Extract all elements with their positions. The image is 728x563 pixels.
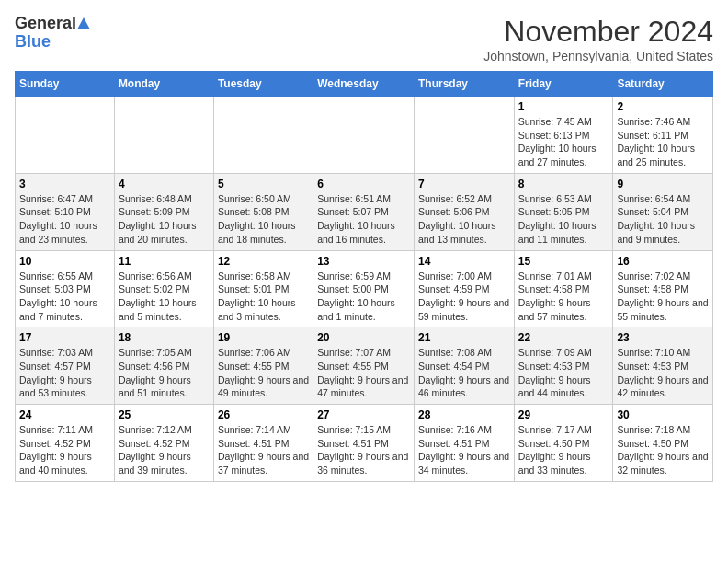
calendar-cell: 20Sunrise: 7:07 AM Sunset: 4:55 PM Dayli… bbox=[313, 327, 415, 405]
day-number: 17 bbox=[19, 331, 110, 344]
calendar-cell bbox=[114, 97, 213, 174]
calendar-header-row: SundayMondayTuesdayWednesdayThursdayFrid… bbox=[16, 72, 713, 97]
day-number: 13 bbox=[317, 255, 410, 268]
calendar-week-row: 17Sunrise: 7:03 AM Sunset: 4:57 PM Dayli… bbox=[16, 327, 713, 405]
calendar-cell: 2Sunrise: 7:46 AM Sunset: 6:11 PM Daylig… bbox=[613, 97, 713, 174]
calendar-cell: 6Sunrise: 6:51 AM Sunset: 5:07 PM Daylig… bbox=[313, 173, 415, 250]
calendar-cell: 16Sunrise: 7:02 AM Sunset: 4:58 PM Dayli… bbox=[613, 250, 713, 327]
day-info: Sunrise: 7:06 AM Sunset: 4:55 PM Dayligh… bbox=[218, 346, 309, 400]
day-number: 5 bbox=[218, 178, 309, 190]
day-info: Sunrise: 6:51 AM Sunset: 5:07 PM Dayligh… bbox=[317, 192, 410, 247]
calendar-cell: 29Sunrise: 7:17 AM Sunset: 4:50 PM Dayli… bbox=[514, 405, 613, 482]
day-number: 6 bbox=[317, 178, 410, 190]
day-number: 7 bbox=[418, 178, 510, 190]
day-info: Sunrise: 7:18 AM Sunset: 4:50 PM Dayligh… bbox=[617, 423, 709, 477]
calendar-cell bbox=[16, 97, 115, 174]
day-info: Sunrise: 7:08 AM Sunset: 4:54 PM Dayligh… bbox=[418, 346, 510, 400]
day-number: 22 bbox=[518, 331, 609, 344]
day-number: 16 bbox=[617, 255, 709, 268]
logo-icon bbox=[76, 17, 91, 31]
day-info: Sunrise: 6:52 AM Sunset: 5:06 PM Dayligh… bbox=[418, 192, 510, 247]
calendar-cell bbox=[213, 97, 313, 174]
day-number: 25 bbox=[119, 408, 210, 421]
day-header-monday: Monday bbox=[114, 72, 213, 97]
calendar-cell bbox=[313, 97, 415, 174]
calendar-cell: 22Sunrise: 7:09 AM Sunset: 4:53 PM Dayli… bbox=[514, 327, 613, 405]
day-info: Sunrise: 7:07 AM Sunset: 4:55 PM Dayligh… bbox=[317, 346, 410, 400]
day-header-tuesday: Tuesday bbox=[213, 72, 313, 97]
location-subtitle: Johnstown, Pennsylvania, United States bbox=[483, 49, 713, 63]
calendar-cell: 17Sunrise: 7:03 AM Sunset: 4:57 PM Dayli… bbox=[16, 327, 115, 405]
calendar-week-row: 3Sunrise: 6:47 AM Sunset: 5:10 PM Daylig… bbox=[16, 173, 713, 250]
day-number: 18 bbox=[119, 331, 210, 344]
day-info: Sunrise: 6:50 AM Sunset: 5:08 PM Dayligh… bbox=[218, 192, 309, 247]
day-info: Sunrise: 6:55 AM Sunset: 5:03 PM Dayligh… bbox=[19, 270, 110, 324]
day-info: Sunrise: 6:59 AM Sunset: 5:00 PM Dayligh… bbox=[317, 270, 410, 324]
day-info: Sunrise: 7:17 AM Sunset: 4:50 PM Dayligh… bbox=[518, 423, 609, 477]
day-info: Sunrise: 7:05 AM Sunset: 4:56 PM Dayligh… bbox=[119, 346, 210, 400]
calendar-week-row: 24Sunrise: 7:11 AM Sunset: 4:52 PM Dayli… bbox=[16, 405, 713, 482]
day-info: Sunrise: 7:11 AM Sunset: 4:52 PM Dayligh… bbox=[19, 423, 110, 477]
calendar-cell: 12Sunrise: 6:58 AM Sunset: 5:01 PM Dayli… bbox=[213, 250, 313, 327]
day-info: Sunrise: 6:58 AM Sunset: 5:01 PM Dayligh… bbox=[218, 270, 309, 324]
day-header-sunday: Sunday bbox=[16, 72, 115, 97]
calendar-cell: 23Sunrise: 7:10 AM Sunset: 4:53 PM Dayli… bbox=[613, 327, 713, 405]
calendar-cell: 10Sunrise: 6:55 AM Sunset: 5:03 PM Dayli… bbox=[16, 250, 115, 327]
day-number: 28 bbox=[418, 408, 510, 421]
calendar-cell: 7Sunrise: 6:52 AM Sunset: 5:06 PM Daylig… bbox=[414, 173, 514, 250]
day-number: 12 bbox=[218, 255, 309, 268]
calendar-cell: 18Sunrise: 7:05 AM Sunset: 4:56 PM Dayli… bbox=[114, 327, 213, 405]
day-number: 30 bbox=[617, 408, 709, 421]
day-info: Sunrise: 7:10 AM Sunset: 4:53 PM Dayligh… bbox=[617, 346, 709, 400]
day-info: Sunrise: 6:48 AM Sunset: 5:09 PM Dayligh… bbox=[119, 192, 210, 247]
logo-text-general: General bbox=[15, 15, 76, 33]
title-section: November 2024 Johnstown, Pennsylvania, U… bbox=[483, 15, 713, 63]
logo: General Blue bbox=[15, 15, 91, 52]
calendar-cell: 28Sunrise: 7:16 AM Sunset: 4:51 PM Dayli… bbox=[414, 405, 514, 482]
calendar-cell: 24Sunrise: 7:11 AM Sunset: 4:52 PM Dayli… bbox=[16, 405, 115, 482]
day-info: Sunrise: 7:12 AM Sunset: 4:52 PM Dayligh… bbox=[119, 423, 210, 477]
calendar-cell: 3Sunrise: 6:47 AM Sunset: 5:10 PM Daylig… bbox=[16, 173, 115, 250]
header: General Blue November 2024 Johnstown, Pe… bbox=[15, 15, 713, 63]
calendar-cell: 4Sunrise: 6:48 AM Sunset: 5:09 PM Daylig… bbox=[114, 173, 213, 250]
day-number: 23 bbox=[617, 331, 709, 344]
calendar-cell: 1Sunrise: 7:45 AM Sunset: 6:13 PM Daylig… bbox=[514, 97, 613, 174]
day-header-wednesday: Wednesday bbox=[313, 72, 415, 97]
calendar-cell: 27Sunrise: 7:15 AM Sunset: 4:51 PM Dayli… bbox=[313, 405, 415, 482]
calendar-cell: 26Sunrise: 7:14 AM Sunset: 4:51 PM Dayli… bbox=[213, 405, 313, 482]
day-info: Sunrise: 6:54 AM Sunset: 5:04 PM Dayligh… bbox=[617, 192, 709, 247]
day-number: 1 bbox=[518, 100, 609, 113]
day-number: 3 bbox=[19, 178, 110, 190]
day-info: Sunrise: 6:56 AM Sunset: 5:02 PM Dayligh… bbox=[119, 270, 210, 324]
calendar-cell: 15Sunrise: 7:01 AM Sunset: 4:58 PM Dayli… bbox=[514, 250, 613, 327]
logo-text-blue: Blue bbox=[15, 33, 51, 52]
day-info: Sunrise: 7:03 AM Sunset: 4:57 PM Dayligh… bbox=[19, 346, 110, 400]
day-info: Sunrise: 7:45 AM Sunset: 6:13 PM Dayligh… bbox=[518, 115, 609, 169]
calendar-cell: 25Sunrise: 7:12 AM Sunset: 4:52 PM Dayli… bbox=[114, 405, 213, 482]
day-number: 24 bbox=[19, 408, 110, 421]
calendar-week-row: 1Sunrise: 7:45 AM Sunset: 6:13 PM Daylig… bbox=[16, 97, 713, 174]
day-header-friday: Friday bbox=[514, 72, 613, 97]
day-info: Sunrise: 7:15 AM Sunset: 4:51 PM Dayligh… bbox=[317, 423, 410, 477]
day-info: Sunrise: 7:01 AM Sunset: 4:58 PM Dayligh… bbox=[518, 270, 609, 324]
day-info: Sunrise: 7:14 AM Sunset: 4:51 PM Dayligh… bbox=[218, 423, 309, 477]
day-info: Sunrise: 7:09 AM Sunset: 4:53 PM Dayligh… bbox=[518, 346, 609, 400]
day-number: 26 bbox=[218, 408, 309, 421]
calendar-week-row: 10Sunrise: 6:55 AM Sunset: 5:03 PM Dayli… bbox=[16, 250, 713, 327]
day-info: Sunrise: 7:16 AM Sunset: 4:51 PM Dayligh… bbox=[418, 423, 510, 477]
calendar-cell: 5Sunrise: 6:50 AM Sunset: 5:08 PM Daylig… bbox=[213, 173, 313, 250]
day-info: Sunrise: 7:46 AM Sunset: 6:11 PM Dayligh… bbox=[617, 115, 709, 169]
day-header-thursday: Thursday bbox=[414, 72, 514, 97]
day-number: 27 bbox=[317, 408, 410, 421]
calendar-cell: 14Sunrise: 7:00 AM Sunset: 4:59 PM Dayli… bbox=[414, 250, 514, 327]
calendar-cell: 13Sunrise: 6:59 AM Sunset: 5:00 PM Dayli… bbox=[313, 250, 415, 327]
day-number: 9 bbox=[617, 178, 709, 190]
day-number: 15 bbox=[518, 255, 609, 268]
calendar-cell: 9Sunrise: 6:54 AM Sunset: 5:04 PM Daylig… bbox=[613, 173, 713, 250]
day-info: Sunrise: 7:00 AM Sunset: 4:59 PM Dayligh… bbox=[418, 270, 510, 324]
calendar-cell: 21Sunrise: 7:08 AM Sunset: 4:54 PM Dayli… bbox=[414, 327, 514, 405]
day-info: Sunrise: 6:53 AM Sunset: 5:05 PM Dayligh… bbox=[518, 192, 609, 247]
day-number: 29 bbox=[518, 408, 609, 421]
day-number: 10 bbox=[19, 255, 110, 268]
calendar-table: SundayMondayTuesdayWednesdayThursdayFrid… bbox=[15, 71, 713, 482]
